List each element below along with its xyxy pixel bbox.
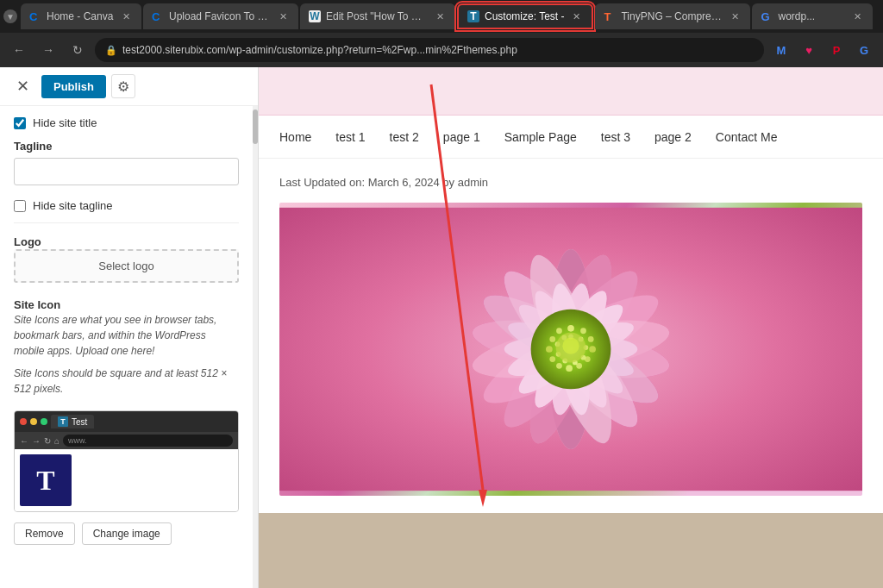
action-buttons: Remove Change image: [14, 522, 239, 545]
mini-browser-content: T: [15, 449, 238, 511]
nav-test2[interactable]: test 2: [390, 130, 419, 144]
site-icon-desc2: Site Icons should be square and at least…: [14, 366, 239, 397]
scroll-thumb[interactable]: [253, 109, 258, 144]
preview-content: Last Updated on: March 6, 2024 by admin: [259, 159, 883, 513]
svg-point-40: [588, 336, 594, 342]
tab-bar: ▼ C Home - Canva ✕ C Upload Favicon To W…: [0, 0, 883, 33]
hide-site-title-row: Hide site title: [14, 116, 239, 129]
tab-canva-close[interactable]: ✕: [119, 9, 133, 23]
site-icon-desc1: Site Icons are what you see in browser t…: [14, 312, 239, 359]
url-bar[interactable]: 🔒 test2000.siterubix.com/wp-admin/custom…: [95, 38, 764, 62]
nav-test1[interactable]: test 1: [335, 130, 365, 144]
hearts-button[interactable]: ♥: [797, 38, 821, 62]
tab-tinypng[interactable]: T TinyPNG – Compress... ✕: [595, 3, 750, 29]
customizer-panel: ✕ Publish ⚙ Hide site title Tagline: [0, 67, 259, 588]
tab-customize-label: Customize: Test -: [485, 10, 564, 22]
website-preview: Home test 1 test 2 page 1 Sample Page te…: [259, 67, 883, 588]
favicon-upload-favicon: C: [152, 10, 164, 22]
tab-favicon-close[interactable]: ✕: [276, 9, 290, 23]
svg-point-60: [562, 337, 579, 353]
mini-dot-red: [20, 418, 27, 425]
site-icon-label: Site Icon: [14, 298, 60, 311]
canva-favicon: C: [29, 10, 41, 22]
tab-editpost[interactable]: W Edit Post "How To Cr... ✕: [300, 3, 455, 29]
mini-url-text: www.: [68, 436, 87, 445]
logo-label: Logo: [14, 235, 41, 248]
tab-favicon-label: Upload Favicon To W...: [169, 10, 271, 22]
mini-back-button[interactable]: ←: [20, 436, 28, 446]
tab-tinypng-close[interactable]: ✕: [728, 9, 742, 23]
mini-browser: T Test ← → ↻ ⌂ www.: [14, 410, 239, 512]
tab-wordpress-close[interactable]: ✕: [850, 9, 864, 23]
mini-home-button[interactable]: ⌂: [54, 436, 59, 446]
tab-customize-close[interactable]: ✕: [569, 9, 583, 23]
tab-tinypng-label: TinyPNG – Compress...: [621, 10, 723, 22]
divider-1: [14, 222, 239, 223]
lock-icon: 🔒: [105, 45, 117, 56]
last-updated-text: Last Updated on: March 6, 2024 by admin: [279, 176, 862, 189]
nav-home[interactable]: Home: [279, 130, 311, 144]
forward-button[interactable]: →: [36, 38, 60, 62]
svg-point-44: [566, 365, 573, 372]
remove-button[interactable]: Remove: [14, 522, 75, 545]
hide-site-tagline-label: Hide site tagline: [33, 199, 113, 212]
gmail-button[interactable]: M: [769, 38, 793, 62]
tab-favicon[interactable]: C Upload Favicon To W... ✕: [143, 3, 298, 29]
main-area: ✕ Publish ⚙ Hide site title Tagline: [0, 67, 883, 588]
tab-editpost-close[interactable]: ✕: [433, 9, 447, 23]
tagline-label: Tagline: [14, 140, 239, 153]
tagline-group: Tagline: [14, 140, 239, 185]
nav-contact-me[interactable]: Contact Me: [716, 130, 778, 144]
change-image-button[interactable]: Change image: [82, 522, 172, 545]
site-icon-group: Site Icon Site Icons are what you see in…: [14, 297, 239, 397]
nav-sample-page[interactable]: Sample Page: [504, 130, 577, 144]
tab-editpost-label: Edit Post "How To Cr...: [326, 10, 428, 22]
svg-point-41: [589, 346, 596, 353]
mini-browser-nav: ← → ↻ ⌂ www.: [15, 432, 238, 449]
logo-group: Logo Select logo: [14, 234, 239, 283]
back-button[interactable]: ←: [7, 38, 31, 62]
mini-dot-green: [41, 418, 47, 425]
editpost-favicon: W: [309, 10, 321, 22]
hide-site-tagline-checkbox[interactable]: [14, 200, 26, 212]
browser-menu-dot[interactable]: ▼: [3, 9, 17, 23]
tab-customize[interactable]: T Customize: Test - ✕: [457, 3, 593, 29]
nav-test3[interactable]: test 3: [601, 130, 630, 144]
mini-forward-button[interactable]: →: [32, 436, 41, 446]
pinterest-button[interactable]: P: [824, 38, 849, 62]
close-button[interactable]: ✕: [10, 74, 34, 98]
site-icon-preview: T: [20, 454, 72, 506]
address-bar: ← → ↻ 🔒 test2000.siterubix.com/wp-admin/…: [0, 33, 883, 67]
publish-button[interactable]: Publish: [41, 75, 106, 98]
settings-button[interactable]: ⚙: [111, 74, 135, 98]
svg-point-49: [556, 328, 562, 334]
mini-url-bar: www.: [63, 435, 233, 447]
hide-site-tagline-row: Hide site tagline: [14, 199, 239, 212]
scrollbar[interactable]: [253, 106, 258, 588]
browser-actions: M ♥ P G: [769, 38, 876, 62]
tab-canva-label: Home - Canva: [47, 10, 114, 22]
nav-page1[interactable]: page 1: [443, 130, 480, 144]
select-logo-button[interactable]: Select logo: [14, 249, 239, 283]
nav-page2[interactable]: page 2: [654, 130, 692, 144]
tab-canva[interactable]: C Home - Canva ✕: [21, 3, 141, 29]
tab-wordpress[interactable]: G wordp... ✕: [752, 3, 873, 29]
hide-site-title-label: Hide site title: [33, 116, 97, 129]
tagline-input[interactable]: [14, 158, 239, 185]
flower-image: [279, 203, 862, 496]
preview-header: [259, 67, 883, 116]
svg-point-48: [549, 336, 555, 342]
svg-point-39: [580, 328, 586, 334]
reload-button[interactable]: ↻: [66, 38, 90, 62]
svg-point-46: [549, 356, 555, 362]
mini-dot-yellow: [30, 418, 37, 425]
flower-svg: [279, 203, 862, 496]
mini-tab-label: Test: [72, 417, 87, 427]
mini-browser-bar: T Test: [15, 411, 238, 432]
site-icon-t-letter: T: [36, 465, 54, 497]
mini-tab-favicon: T: [58, 416, 68, 427]
hide-site-title-checkbox[interactable]: [14, 117, 26, 129]
svg-point-38: [567, 325, 574, 332]
mini-reload-button[interactable]: ↻: [44, 436, 51, 446]
google-button[interactable]: G: [852, 38, 876, 62]
